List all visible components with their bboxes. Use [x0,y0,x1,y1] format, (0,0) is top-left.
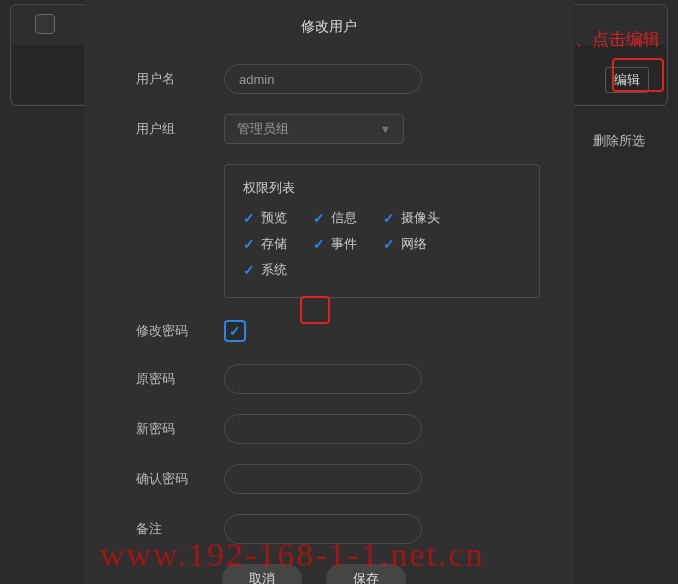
delete-selected-button[interactable]: 删除所选 [584,128,654,154]
perm-item-camera[interactable]: ✓ 摄像头 [383,209,463,227]
modify-user-modal: 修改用户 用户名 admin 用户组 管理员组 ▼ 权限列表 ✓ 预览 ✓ 信息… [84,0,574,584]
username-input[interactable]: admin [224,64,422,94]
perm-label: 预览 [261,209,287,227]
check-icon: ✓ [313,236,325,252]
perm-label: 系统 [261,261,287,279]
permission-panel: 权限列表 ✓ 预览 ✓ 信息 ✓ 摄像头 ✓ 存储 ✓ 事件 [224,164,540,298]
permission-list: ✓ 预览 ✓ 信息 ✓ 摄像头 ✓ 存储 ✓ 事件 ✓ 网络 [243,209,521,287]
label-confirm-password: 确认密码 [136,470,224,488]
check-icon: ✓ [229,323,241,339]
perm-item-preview[interactable]: ✓ 预览 [243,209,313,227]
label-usergroup: 用户组 [136,120,224,138]
label-modify-password: 修改密码 [136,322,224,340]
check-icon: ✓ [383,236,395,252]
usergroup-value: 管理员组 [237,120,289,138]
perm-item-storage[interactable]: ✓ 存储 [243,235,313,253]
check-icon: ✓ [243,262,255,278]
old-password-input[interactable] [224,364,422,394]
confirm-password-input[interactable] [224,464,422,494]
label-username: 用户名 [136,70,224,88]
usergroup-select[interactable]: 管理员组 ▼ [224,114,404,144]
new-password-input[interactable] [224,414,422,444]
check-icon: ✓ [243,236,255,252]
perm-label: 存储 [261,235,287,253]
edit-button-highlight [612,58,664,92]
annotation-1: 1、点击编辑 [566,28,660,51]
username-value: admin [239,72,274,87]
chevron-down-icon: ▼ [380,123,391,135]
perm-item-system[interactable]: ✓ 系统 [243,261,313,279]
label-old-password: 原密码 [136,370,224,388]
check-icon: ✓ [243,210,255,226]
perm-label: 事件 [331,235,357,253]
delete-selected-label: 删除所选 [593,132,645,150]
permission-title: 权限列表 [243,179,521,197]
perm-item-info[interactable]: ✓ 信息 [313,209,383,227]
perm-label: 信息 [331,209,357,227]
check-icon: ✓ [383,210,395,226]
watermark: www.192-168-1-1.net.cn [100,536,485,574]
label-new-password: 新密码 [136,420,224,438]
select-all-checkbox[interactable] [35,14,55,34]
modal-title: 修改用户 [84,18,574,36]
perm-label: 网络 [401,235,427,253]
modify-password-checkbox[interactable]: ✓ [224,320,246,342]
check-icon: ✓ [313,210,325,226]
checkbox-highlight [300,296,330,324]
perm-label: 摄像头 [401,209,440,227]
perm-item-network[interactable]: ✓ 网络 [383,235,453,253]
perm-item-event[interactable]: ✓ 事件 [313,235,383,253]
